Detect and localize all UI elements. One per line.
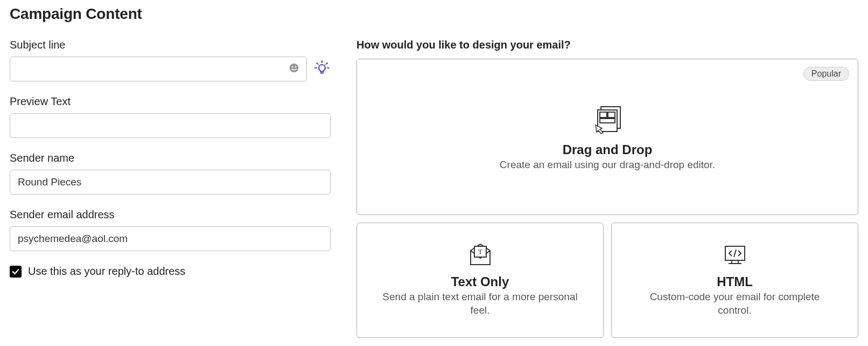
- svg-point-0: [290, 64, 299, 73]
- design-question: How would you like to design your email?: [356, 39, 858, 51]
- html-card[interactable]: HTML Custom-code your email for complete…: [611, 223, 858, 338]
- svg-line-6: [326, 63, 328, 64]
- sender-name-label: Sender name: [10, 152, 331, 164]
- suggestion-lightbulb-icon[interactable]: [313, 59, 331, 79]
- subject-line-group: Subject line: [10, 39, 331, 81]
- sender-name-group: Sender name: [10, 152, 331, 195]
- preview-text-group: Preview Text: [10, 95, 331, 138]
- popular-badge: Popular: [803, 67, 849, 81]
- sender-email-input[interactable]: [10, 226, 331, 251]
- text-only-card[interactable]: T Text Only Send a plain text email for …: [356, 223, 604, 338]
- preview-text-input[interactable]: [10, 113, 331, 138]
- reply-to-row: Use this as your reply-to address: [10, 265, 331, 278]
- small-cards-row: T Text Only Send a plain text email for …: [356, 223, 858, 338]
- reply-to-checkbox[interactable]: [10, 266, 22, 278]
- text-only-title: Text Only: [451, 274, 509, 289]
- html-code-icon: [722, 243, 748, 269]
- text-only-desc: Send a plain text email for a more perso…: [379, 290, 582, 317]
- left-column: Subject line: [10, 39, 331, 338]
- drag-and-drop-desc: Create an email using our drag-and-drop …: [500, 158, 715, 172]
- svg-line-20: [734, 250, 736, 257]
- text-only-icon: T: [467, 243, 493, 269]
- svg-point-1: [292, 66, 293, 68]
- content-wrapper: Subject line: [10, 39, 858, 338]
- drag-and-drop-icon: [591, 102, 624, 137]
- subject-input-wrapper: [10, 57, 307, 81]
- right-column: How would you like to design your email?…: [356, 39, 858, 338]
- subject-line-input[interactable]: [10, 57, 307, 81]
- emoji-picker-icon[interactable]: [289, 63, 299, 75]
- sender-email-label: Sender email address: [10, 209, 331, 221]
- svg-point-2: [295, 66, 297, 68]
- html-title: HTML: [717, 274, 753, 289]
- preview-text-label: Preview Text: [10, 95, 331, 108]
- page-title: Campaign Content: [10, 5, 858, 23]
- subject-input-row: [10, 57, 331, 81]
- drag-and-drop-card[interactable]: Popular Drag and Drop Create an email us…: [356, 59, 858, 215]
- sender-name-input[interactable]: [10, 170, 331, 195]
- svg-line-5: [317, 63, 318, 64]
- html-desc: Custom-code your email for complete cont…: [633, 290, 836, 317]
- sender-email-group: Sender email address: [10, 209, 331, 251]
- subject-line-label: Subject line: [10, 39, 331, 51]
- svg-text:T: T: [478, 247, 482, 255]
- drag-and-drop-title: Drag and Drop: [563, 142, 653, 157]
- reply-to-label: Use this as your reply-to address: [28, 265, 185, 278]
